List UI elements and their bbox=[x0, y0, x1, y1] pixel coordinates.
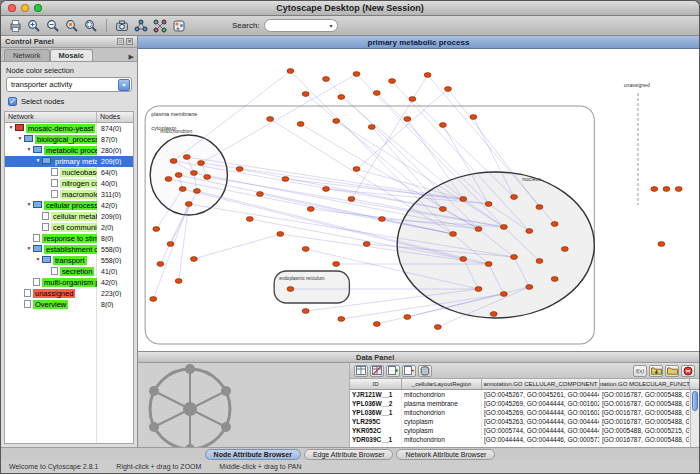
tree-column-nodes[interactable]: Nodes bbox=[97, 112, 133, 122]
select-nodes-checkbox[interactable]: ✓ bbox=[8, 97, 17, 106]
function-builder-icon[interactable]: f(x) bbox=[633, 365, 647, 377]
graph-node[interactable] bbox=[323, 77, 330, 82]
graph-node[interactable] bbox=[475, 287, 482, 292]
cytopanel-tab[interactable]: Node Attribute Browser bbox=[205, 449, 301, 460]
printer-icon[interactable] bbox=[7, 18, 23, 34]
tree-item[interactable]: cellular metabo209(0) bbox=[5, 211, 133, 222]
graph-node[interactable] bbox=[526, 229, 533, 234]
graph-node[interactable] bbox=[470, 115, 477, 120]
combobox-arrow-icon[interactable]: ▾ bbox=[118, 79, 130, 91]
tree-item[interactable]: secretion41(0) bbox=[5, 266, 133, 277]
tree-item[interactable]: unassigned223(0) bbox=[5, 288, 133, 299]
graph-node[interactable] bbox=[460, 197, 467, 202]
graph-node[interactable] bbox=[424, 73, 431, 78]
graph-node[interactable] bbox=[445, 87, 452, 92]
column-header[interactable]: annotation.GO MOLECULAR_FUNCTION bbox=[600, 379, 690, 389]
tree-item[interactable]: nitrogen compo40(0) bbox=[5, 178, 133, 189]
graph-node[interactable] bbox=[500, 225, 507, 230]
expand-arrow-icon[interactable]: ▼ bbox=[25, 245, 33, 254]
graph-node[interactable] bbox=[307, 207, 314, 212]
graph-node[interactable] bbox=[460, 257, 467, 262]
graph-node[interactable] bbox=[165, 177, 172, 182]
graph-node[interactable] bbox=[185, 202, 192, 207]
table-row[interactable]: YPL036W__2plasma membrane[GO:0045269, GO… bbox=[350, 399, 699, 408]
expand-arrow-icon[interactable]: ▼ bbox=[25, 146, 33, 155]
graph-node[interactable] bbox=[404, 117, 411, 122]
zoom-in-icon[interactable] bbox=[26, 18, 42, 34]
graph-node[interactable] bbox=[353, 167, 360, 172]
graph-node[interactable] bbox=[490, 312, 497, 317]
cytopanel-tab[interactable]: Edge Attribute Browser bbox=[304, 449, 394, 460]
graph-node[interactable] bbox=[363, 242, 370, 247]
network-layout-icon[interactable] bbox=[152, 18, 168, 34]
graph-node[interactable] bbox=[257, 192, 264, 197]
graph-node[interactable] bbox=[153, 227, 160, 232]
expand-arrow-icon[interactable]: ▼ bbox=[16, 135, 24, 144]
graph-node[interactable] bbox=[409, 97, 416, 102]
zoom-window-button[interactable] bbox=[34, 4, 42, 12]
scrollbar-thumb[interactable] bbox=[692, 391, 698, 411]
close-window-button[interactable] bbox=[8, 4, 16, 12]
graph-node[interactable] bbox=[485, 202, 492, 207]
graph-node[interactable] bbox=[150, 297, 157, 302]
network-view-title[interactable]: primary metabolic process bbox=[138, 36, 699, 49]
graph-node[interactable] bbox=[348, 197, 355, 202]
graph-node[interactable] bbox=[338, 95, 345, 100]
graph-node[interactable] bbox=[500, 292, 507, 297]
graph-node[interactable] bbox=[323, 187, 330, 192]
graph-node[interactable] bbox=[536, 205, 543, 210]
graph-node[interactable] bbox=[434, 325, 441, 330]
table-row[interactable]: YKR052Ccytoplasm[GO:0005744, GO:0044444,… bbox=[350, 426, 699, 435]
cytopanel-tab[interactable]: Network Attribute Browser bbox=[396, 449, 495, 460]
tree-item[interactable]: macromolecule311(0) bbox=[5, 189, 133, 200]
float-panel-icon[interactable]: □ bbox=[117, 38, 124, 45]
table-row[interactable]: YLR295Ccytoplasm[GO:0045263, GO:0044444,… bbox=[350, 417, 699, 426]
graph-node[interactable] bbox=[302, 247, 309, 252]
tree-item[interactable]: cell communica2(0) bbox=[5, 222, 133, 233]
graph-node[interactable] bbox=[175, 173, 182, 178]
table-row[interactable]: YPL036W__1mitochondrion[GO:0045269, GO:0… bbox=[350, 408, 699, 417]
snapshot-icon[interactable] bbox=[114, 18, 130, 34]
delete-selected-icon[interactable] bbox=[681, 365, 695, 377]
tree-item[interactable]: Overview8(0) bbox=[5, 299, 133, 310]
graph-node[interactable] bbox=[333, 119, 340, 124]
open-attributes-icon[interactable] bbox=[665, 365, 679, 377]
graph-node[interactable] bbox=[183, 155, 190, 160]
graph-node[interactable] bbox=[204, 175, 211, 180]
graph-node[interactable] bbox=[175, 279, 182, 284]
graph-node[interactable] bbox=[302, 309, 309, 314]
graph-node[interactable] bbox=[157, 262, 164, 267]
graph-node[interactable] bbox=[526, 285, 533, 290]
graph-node[interactable] bbox=[267, 117, 274, 122]
graph-node[interactable] bbox=[277, 232, 284, 237]
graph-node[interactable] bbox=[485, 262, 492, 267]
column-header[interactable]: _cellularLayoutRegion bbox=[402, 379, 482, 389]
graph-node[interactable] bbox=[287, 287, 294, 292]
graph-node[interactable] bbox=[190, 257, 197, 262]
graph-node[interactable] bbox=[663, 187, 670, 192]
graph-node[interactable] bbox=[302, 92, 309, 97]
graph-node[interactable] bbox=[170, 159, 177, 164]
graph-node[interactable] bbox=[651, 187, 658, 192]
delete-attribute-icon[interactable] bbox=[402, 365, 416, 377]
network-overview-icon[interactable] bbox=[133, 18, 149, 34]
tree-item[interactable]: ▼metabolic process280(0) bbox=[5, 145, 133, 156]
table-scrollbar[interactable] bbox=[690, 390, 699, 447]
graph-node[interactable] bbox=[353, 72, 360, 77]
graph-node[interactable] bbox=[675, 187, 682, 192]
graph-node[interactable] bbox=[167, 242, 174, 247]
search-dropdown-icon[interactable]: ▾ bbox=[330, 22, 333, 29]
graph-node[interactable] bbox=[368, 125, 375, 130]
column-header[interactable]: annotation.GO CELLULAR_COMPONENT bbox=[482, 379, 600, 389]
graph-node[interactable] bbox=[378, 217, 385, 222]
graph-node[interactable] bbox=[193, 189, 200, 194]
graph-node[interactable] bbox=[246, 217, 253, 222]
tree-item[interactable]: ▼mosaic-demo-yeast874(0) bbox=[5, 123, 133, 134]
graph-node[interactable] bbox=[439, 207, 446, 212]
graph-node[interactable] bbox=[236, 167, 243, 172]
graph-node[interactable] bbox=[551, 277, 558, 282]
new-attribute-icon[interactable] bbox=[386, 365, 400, 377]
zoom-selected-icon[interactable] bbox=[64, 18, 80, 34]
expand-arrow-icon[interactable]: ▼ bbox=[34, 256, 42, 265]
unselect-attributes-icon[interactable] bbox=[370, 365, 384, 377]
